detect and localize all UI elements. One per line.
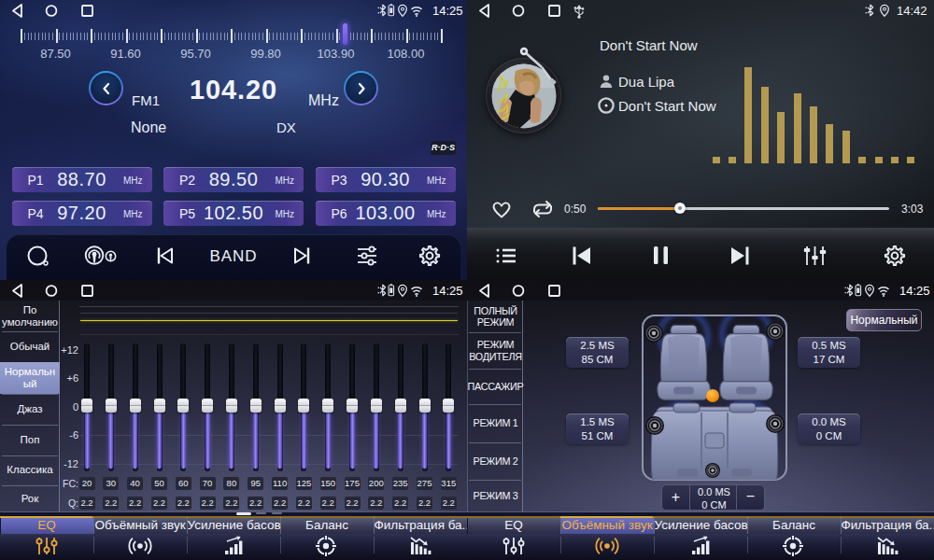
svg-text:BAND: BAND: [209, 247, 257, 265]
